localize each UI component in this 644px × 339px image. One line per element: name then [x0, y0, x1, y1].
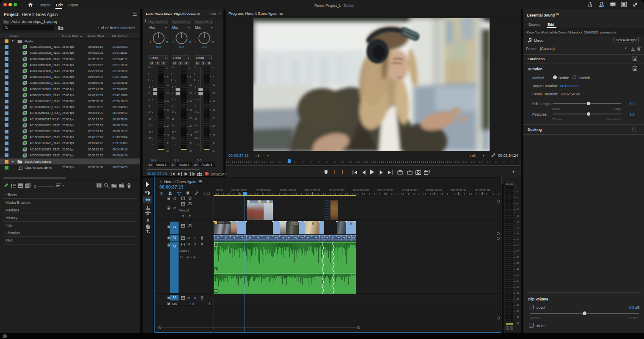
svg-text:CC: CC — [206, 192, 209, 195]
svg-text:L: L — [215, 268, 217, 271]
svg-text:R: R — [215, 290, 217, 293]
